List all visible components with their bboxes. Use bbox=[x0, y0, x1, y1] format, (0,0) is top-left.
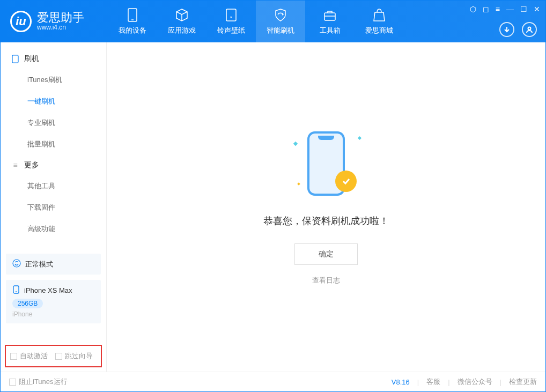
tab-label: 应用游戏 bbox=[168, 26, 196, 35]
minimize-button[interactable]: — bbox=[506, 5, 514, 13]
sidebar-item-oneclick-flash[interactable]: 一键刷机 bbox=[1, 91, 106, 112]
main-content: 恭喜您，保资料刷机成功啦！ 确定 查看日志 bbox=[107, 42, 545, 372]
checkbox-label: 跳过向导 bbox=[65, 351, 93, 361]
skip-guide-checkbox[interactable]: 跳过向导 bbox=[55, 351, 93, 361]
checkmark-badge-icon bbox=[335, 171, 357, 192]
sparkle-icon bbox=[297, 182, 300, 186]
svg-rect-2 bbox=[226, 9, 236, 21]
sidebar: 刷机 iTunes刷机 一键刷机 专业刷机 批量刷机 ≡ 更多 其他工具 下载固… bbox=[1, 42, 107, 372]
sparkle-icon bbox=[293, 142, 298, 146]
tab-toolbox[interactable]: 工具箱 bbox=[305, 1, 355, 42]
tab-my-device[interactable]: 我的设备 bbox=[108, 1, 157, 42]
svg-point-6 bbox=[13, 260, 20, 267]
body-area: 刷机 iTunes刷机 一键刷机 专业刷机 批量刷机 ≡ 更多 其他工具 下载固… bbox=[1, 42, 545, 372]
success-illustration bbox=[291, 129, 361, 198]
svg-point-8 bbox=[16, 291, 17, 292]
download-button[interactable] bbox=[499, 22, 514, 37]
feedback-icon[interactable]: ⬡ bbox=[470, 5, 476, 13]
close-button[interactable]: ✕ bbox=[534, 5, 540, 13]
phone-icon bbox=[11, 55, 19, 63]
svg-rect-3 bbox=[324, 13, 335, 20]
header-actions bbox=[499, 22, 537, 37]
skin-icon[interactable]: ◻ bbox=[483, 5, 489, 13]
check-update-link[interactable]: 检查更新 bbox=[509, 377, 537, 387]
tab-smart-flash[interactable]: 智能刷机 bbox=[256, 1, 305, 42]
shopping-bag-icon bbox=[372, 8, 387, 23]
mode-card[interactable]: 正常模式 bbox=[6, 254, 101, 275]
status-bar: 阻止iTunes运行 V8.16 | 客服 | 微信公众号 | 检查更新 bbox=[1, 372, 545, 391]
svg-rect-5 bbox=[12, 55, 18, 63]
sparkle-icon bbox=[358, 136, 361, 140]
sidebar-group-title: 刷机 bbox=[24, 54, 39, 64]
sidebar-cards: 正常模式 iPhone XS Max 256GB iPhone bbox=[6, 254, 101, 329]
sidebar-group-title: 更多 bbox=[24, 160, 39, 170]
logo-text: 爱思助手 www.i4.cn bbox=[37, 12, 84, 31]
menu-icon[interactable]: ≡ bbox=[496, 5, 500, 13]
tab-ringtone-wallpaper[interactable]: 铃声壁纸 bbox=[206, 1, 256, 42]
sidebar-item-batch-flash[interactable]: 批量刷机 bbox=[1, 134, 106, 155]
checkbox-icon bbox=[55, 353, 62, 360]
cube-icon bbox=[174, 8, 189, 23]
sidebar-item-download-firmware[interactable]: 下载固件 bbox=[1, 197, 106, 218]
tab-apps-games[interactable]: 应用游戏 bbox=[157, 1, 206, 42]
sidebar-group-more: ≡ 更多 bbox=[1, 155, 106, 175]
version-label: V8.16 bbox=[392, 378, 410, 386]
highlighted-checkbox-row: 自动激活 跳过向导 bbox=[5, 345, 102, 367]
tab-label: 智能刷机 bbox=[267, 26, 294, 35]
device-name: iPhone XS Max bbox=[24, 286, 72, 294]
checkbox-label: 自动激活 bbox=[20, 351, 48, 361]
checkbox-icon bbox=[10, 353, 17, 360]
list-icon: ≡ bbox=[11, 161, 19, 169]
app-header: iu 爱思助手 www.i4.cn 我的设备 应用游戏 铃声壁纸 智能刷机 工具… bbox=[1, 1, 545, 42]
sidebar-item-other-tools[interactable]: 其他工具 bbox=[1, 175, 106, 197]
tab-label: 铃声壁纸 bbox=[217, 26, 245, 35]
logo-area: iu 爱思助手 www.i4.cn bbox=[1, 11, 108, 32]
maximize-button[interactable]: ☐ bbox=[520, 5, 527, 13]
device-icon bbox=[125, 8, 140, 23]
sync-icon bbox=[12, 259, 21, 269]
support-link[interactable]: 客服 bbox=[426, 377, 440, 387]
tab-label: 爱思商城 bbox=[365, 26, 393, 35]
sidebar-group-flash: 刷机 bbox=[1, 49, 106, 69]
tab-label: 工具箱 bbox=[320, 26, 341, 35]
sidebar-item-advanced[interactable]: 高级功能 bbox=[1, 218, 106, 240]
capacity-badge: 256GB bbox=[12, 299, 43, 308]
app-url: www.i4.cn bbox=[37, 24, 84, 31]
tab-store[interactable]: 爱思商城 bbox=[355, 1, 404, 42]
toolbox-icon bbox=[322, 8, 337, 23]
checkbox-icon bbox=[9, 379, 16, 386]
device-icon bbox=[12, 285, 20, 295]
main-tabs: 我的设备 应用游戏 铃声壁纸 智能刷机 工具箱 爱思商城 bbox=[108, 1, 404, 42]
user-button[interactable] bbox=[522, 22, 537, 37]
app-name: 爱思助手 bbox=[37, 12, 84, 24]
view-log-link[interactable]: 查看日志 bbox=[312, 276, 340, 285]
auto-activate-checkbox[interactable]: 自动激活 bbox=[10, 351, 48, 361]
logo-icon: iu bbox=[10, 11, 32, 32]
checkbox-label: 阻止iTunes运行 bbox=[19, 377, 68, 387]
svg-point-4 bbox=[528, 27, 531, 30]
sidebar-item-itunes-flash[interactable]: iTunes刷机 bbox=[1, 69, 106, 91]
mode-label: 正常模式 bbox=[25, 260, 53, 269]
ok-button[interactable]: 确定 bbox=[294, 243, 358, 265]
wechat-link[interactable]: 微信公众号 bbox=[458, 377, 492, 387]
device-type: iPhone bbox=[12, 310, 94, 318]
music-file-icon bbox=[224, 8, 239, 23]
device-card[interactable]: iPhone XS Max 256GB iPhone bbox=[6, 280, 101, 323]
sidebar-item-pro-flash[interactable]: 专业刷机 bbox=[1, 112, 106, 134]
success-message: 恭喜您，保资料刷机成功啦！ bbox=[263, 215, 389, 227]
tab-label: 我的设备 bbox=[119, 26, 146, 35]
shield-icon bbox=[273, 8, 288, 23]
stop-itunes-checkbox[interactable]: 阻止iTunes运行 bbox=[9, 377, 68, 387]
window-controls: ⬡ ◻ ≡ — ☐ ✕ bbox=[470, 5, 540, 13]
